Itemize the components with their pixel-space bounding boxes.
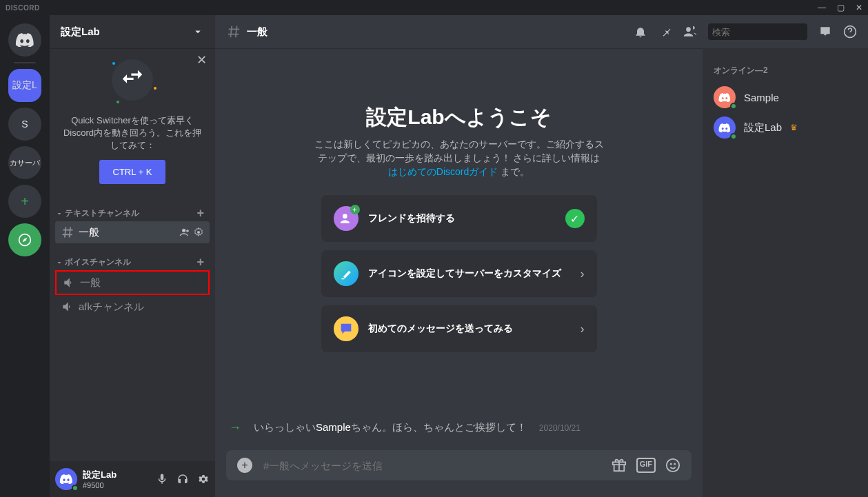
svg-point-6 [343, 214, 347, 219]
member-name: Sample [744, 92, 779, 103]
help-icon[interactable] [843, 25, 857, 39]
channel-sidebar: 設定Lab ✕ Quick Switcherを使って素早くDiscord内を動き… [50, 15, 215, 497]
voice-channel-general[interactable]: 一般 [57, 272, 208, 294]
members-icon[interactable] [683, 25, 697, 39]
window-close-icon[interactable]: ✕ [856, 3, 862, 12]
member-row[interactable]: Sample [708, 82, 862, 112]
gif-button[interactable]: GIF [636, 458, 656, 473]
svg-point-2 [197, 231, 200, 234]
category-text-label: テキストチャンネル [65, 207, 139, 219]
add-server-button[interactable]: + [8, 185, 41, 218]
welcome-description: ここは新しくてピカピカの、あなたのサーバーです。ご紹介するステップで、最初の一歩… [314, 137, 604, 179]
svg-point-8 [670, 463, 672, 465]
onboard-label: フレンドを招待する [368, 212, 556, 225]
guild-selected[interactable]: 設定L [8, 69, 41, 102]
members-header: オンライン—2 [708, 59, 862, 82]
mic-icon[interactable] [156, 473, 168, 485]
crown-icon: ♛ [790, 123, 798, 132]
category-voice[interactable]: ボイスチャンネル + [50, 244, 215, 270]
svg-point-9 [674, 463, 676, 465]
onboard-invite[interactable]: + フレンドを招待する ✓ [321, 195, 597, 242]
add-channel-button[interactable]: + [191, 255, 210, 270]
chat-header: 一般 [215, 15, 868, 48]
message-composer[interactable]: + GIF [226, 450, 692, 480]
guild-japan[interactable]: カサーバ [8, 146, 41, 179]
user-panel: 設定Lab #9500 [50, 461, 215, 497]
svg-point-7 [667, 459, 679, 471]
emoji-icon[interactable] [665, 458, 680, 473]
invite-icon: + [334, 206, 359, 231]
chevron-down-icon [55, 258, 63, 267]
close-icon[interactable]: ✕ [196, 54, 207, 66]
onboard-message[interactable]: 初めてのメッセージを送ってみる › [321, 305, 597, 352]
chevron-right-icon: › [581, 267, 585, 281]
gear-icon[interactable] [197, 473, 210, 485]
arrow-right-icon: → [229, 420, 241, 435]
window-minimize-icon[interactable]: — [818, 3, 826, 12]
server-header[interactable]: 設定Lab [50, 15, 215, 48]
home-button[interactable] [8, 23, 41, 57]
member-name: 設定Lab [744, 121, 782, 134]
avatar [714, 116, 736, 139]
channel-title: 一般 [247, 26, 268, 39]
speaker-icon [62, 276, 76, 290]
brush-icon [334, 261, 359, 286]
channel-name: 一般 [79, 226, 175, 239]
search-box[interactable] [708, 23, 807, 40]
timestamp: 2020/10/21 [539, 423, 581, 433]
bell-icon[interactable] [634, 25, 647, 39]
server-name: 設定Lab [61, 26, 100, 39]
user-name: 設定Lab [83, 469, 150, 481]
svg-point-3 [686, 27, 691, 32]
member-row[interactable]: 設定Lab ♛ [708, 112, 862, 143]
add-attachment-button[interactable]: + [237, 458, 252, 473]
category-text[interactable]: テキストチャンネル + [50, 195, 215, 221]
speaker-icon [61, 300, 74, 314]
guild-s[interactable]: S [8, 108, 41, 141]
welcome-title: 設定Labへようこそ [366, 103, 551, 132]
chevron-down-icon [55, 210, 63, 218]
inbox-icon[interactable] [818, 25, 832, 39]
text-channel-general[interactable]: 一般 [55, 221, 210, 243]
quick-switcher-button[interactable]: CTRL + K [99, 160, 166, 184]
quick-switcher-text: Quick Switcherを使って素早くDiscord内を動き回ろう。これを押… [61, 114, 204, 152]
invite-icon[interactable] [179, 227, 190, 238]
check-icon: ✓ [565, 209, 585, 228]
onboard-label: 初めてのメッセージを送ってみる [368, 323, 571, 335]
message-input[interactable] [263, 460, 600, 471]
avatar[interactable] [55, 468, 77, 490]
chat-icon [334, 316, 359, 341]
hash-icon [61, 225, 74, 239]
app-brand: DISCORD [6, 4, 40, 12]
swap-icon [112, 59, 153, 101]
avatar [714, 86, 736, 108]
pin-icon[interactable] [658, 25, 672, 39]
channel-name: 一般 [80, 276, 203, 290]
gear-icon[interactable] [193, 227, 204, 238]
chat-main: 一般 設定Labへようこそ ここは新しくてピカピカの、あなたのサーバ [215, 15, 868, 497]
status-online-icon [730, 133, 737, 140]
add-channel-button[interactable]: + [191, 206, 210, 221]
user-tag: #9500 [83, 481, 150, 489]
status-online-icon [72, 485, 79, 491]
onboard-icon-step[interactable]: アイコンを設定してサーバーをカスタマイズ › [321, 250, 597, 297]
svg-point-1 [182, 229, 185, 232]
quick-switcher-card: ✕ Quick Switcherを使って素早くDiscord内を動き回ろう。これ… [50, 48, 215, 195]
window-maximize-icon[interactable]: ▢ [837, 3, 845, 12]
status-online-icon [730, 103, 737, 110]
voice-channel-afk[interactable]: afkチャンネル [55, 296, 210, 318]
gift-icon[interactable] [612, 458, 627, 473]
system-join-message: → いらっしゃいSampleちゃん。ほら、ちゃんとご挨拶して！ 2020/10/… [215, 414, 594, 442]
search-input[interactable] [712, 27, 828, 37]
guild-separator [14, 62, 36, 63]
category-voice-label: ボイスチャンネル [65, 256, 131, 268]
hash-icon [226, 24, 241, 39]
members-panel: オンライン—2 Sample 設定Lab ♛ [703, 48, 868, 497]
headphones-icon[interactable] [176, 473, 189, 485]
chevron-down-icon [192, 26, 204, 38]
guide-link[interactable]: はじめてのDiscordガイド [388, 166, 498, 177]
channel-name: afkチャンネル [79, 301, 204, 314]
chevron-right-icon: › [581, 322, 585, 336]
explore-servers-button[interactable] [8, 223, 41, 256]
guild-rail: 設定L S カサーバ + [0, 15, 50, 497]
